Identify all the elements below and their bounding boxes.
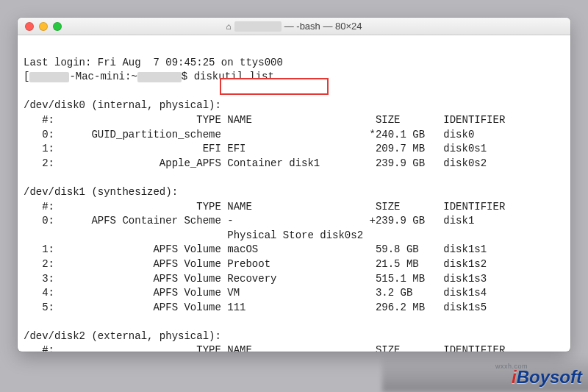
disk0-header: /dev/disk0 (internal, physical): [24,99,221,111]
title-text: — -bash — 80×24 [284,21,362,32]
blurred-username [234,21,282,32]
last-login-line: Last login: Fri Aug 7 09:45:25 on ttys00… [24,57,283,68]
disk2-cols: #: TYPE NAME SIZE IDENTIFIER [24,344,505,352]
terminal-body[interactable]: Last login: Fri Aug 7 09:45:25 on ttys00… [18,35,570,352]
disk2-header: /dev/disk2 (external, physical): [24,330,221,342]
disk0-row: 0: GUID_partition_scheme *240.1 GB disk0 [24,129,474,140]
window-title: ⌂ — -bash — 80×24 [18,21,570,32]
traffic-lights [18,22,62,31]
disk0-row: 2: Apple_APFS Container disk1 239.9 GB d… [24,157,487,169]
blurred-user [137,72,182,82]
terminal-window: ⌂ — -bash — 80×24 Last login: Fri Aug 7 … [18,18,570,352]
close-icon[interactable] [25,22,34,31]
disk1-row: 5: APFS Volume 111 296.2 MB disk1s5 [24,302,487,313]
blurred-hostprefix [29,72,69,82]
disk1-row: 4: APFS Volume VM 3.2 GB disk1s4 [24,287,487,299]
command-text: diskutil list [194,70,274,85]
watermark-logo: iBoysoft [512,367,582,388]
watermark-i: i [512,367,517,387]
disk1-cols: #: TYPE NAME SIZE IDENTIFIER [24,201,505,213]
titlebar[interactable]: ⌂ — -bash — 80×24 [18,18,570,35]
disk1-row: 0: APFS Container Scheme - +239.9 GB dis… [24,215,474,227]
disk1-row: 1: APFS Volume macOS 59.8 GB disk1s1 [24,243,487,255]
disk0-cols: #: TYPE NAME SIZE IDENTIFIER [24,114,505,126]
disk1-row: 3: APFS Volume Recovery 515.1 MB disk1s3 [24,273,487,285]
disk1-row: 2: APFS Volume Preboot 21.5 MB disk1s2 [24,258,487,270]
home-icon: ⌂ [226,21,231,32]
disk1-header: /dev/disk1 (synthesized): [24,186,178,198]
disk0-row: 1: EFI EFI 209.7 MB disk0s1 [24,143,487,154]
minimize-icon[interactable] [39,22,48,31]
disk1-phys: Physical Store disk0s2 [24,229,363,241]
maximize-icon[interactable] [53,22,62,31]
prompt-host: -Mac-mini:~ [69,70,137,85]
watermark-rest: Boysoft [517,367,582,387]
